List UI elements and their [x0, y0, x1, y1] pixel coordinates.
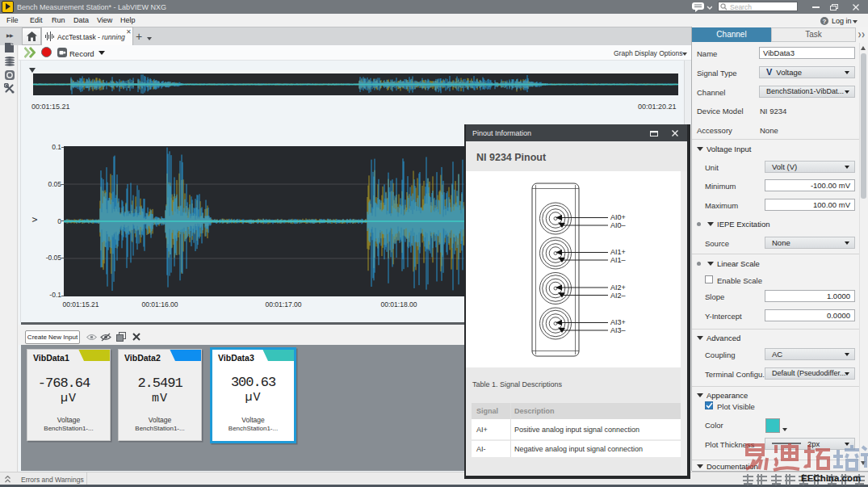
svg-text:?: ?: [823, 18, 827, 25]
